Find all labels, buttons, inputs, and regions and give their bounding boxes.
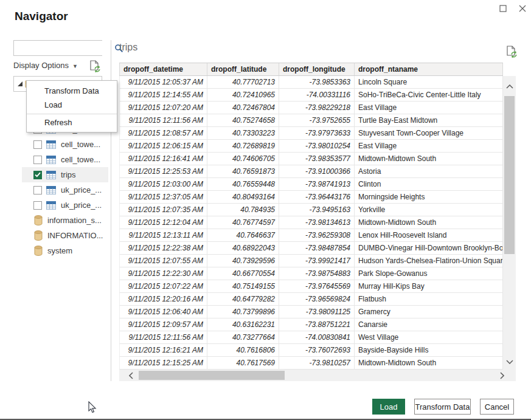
collapsed-triangle-icon[interactable] bbox=[26, 218, 29, 224]
tree-item-label: cell_towe... bbox=[61, 155, 100, 164]
table-cell: 40.64779282 bbox=[207, 293, 279, 306]
table-cell: -73.97645569 bbox=[279, 280, 355, 293]
menu-item-transform-data[interactable]: Transform Data bbox=[27, 84, 117, 98]
tree-item-information-s[interactable]: information_s... bbox=[13, 213, 108, 228]
transform-data-button[interactable]: Transform Data bbox=[414, 399, 471, 415]
table-cell: 9/11/2015 12:06:15 AM bbox=[119, 140, 207, 153]
table-row: 9/11/2015 12:08:57 AM40.73303223-73.9797… bbox=[119, 127, 503, 140]
scroll-right-icon[interactable] bbox=[496, 370, 507, 381]
table-cell: -73.98134613 bbox=[279, 216, 355, 229]
collapsed-triangle-icon[interactable] bbox=[26, 248, 29, 254]
table-row: 9/11/2015 12:07:35 AM40.784935-73.949516… bbox=[119, 204, 503, 216]
scroll-down-icon[interactable] bbox=[503, 356, 516, 367]
database-icon bbox=[34, 246, 43, 256]
column-header-dropoff_latitude[interactable]: dropoff_latitude bbox=[207, 63, 279, 75]
maximize-icon bbox=[499, 5, 507, 12]
table-row: 9/11/2015 12:07:55 AM40.73929596-73.9992… bbox=[119, 255, 503, 267]
tree-item-informatio[interactable]: INFORMATIO... bbox=[13, 228, 108, 243]
table-cell: 40.66770554 bbox=[207, 267, 279, 280]
column-header-dropoff_longitude[interactable]: dropoff_longitude bbox=[279, 63, 355, 75]
expanded-triangle-icon[interactable] bbox=[18, 81, 23, 86]
column-header-dropoff_datetime[interactable]: dropoff_datetime bbox=[119, 63, 207, 75]
tree-item-uk-price[interactable]: uk_price_... bbox=[13, 182, 108, 198]
table-cell: 40.72689819 bbox=[207, 140, 279, 153]
table-cell: -73.9752655 bbox=[279, 114, 355, 127]
collapsed-triangle-icon[interactable] bbox=[26, 233, 29, 239]
table-cell: -73.98010254 bbox=[279, 140, 355, 153]
tree-item-label: system bbox=[47, 246, 72, 255]
table-row: 9/11/2015 12:15:25 AM40.7617569-73.98102… bbox=[119, 357, 503, 370]
table-cell: SoHo-TriBeCa-Civic Center-Little Italy bbox=[355, 89, 503, 102]
table-cell: 9/11/2015 12:16:41 AM bbox=[119, 153, 207, 165]
tree-item-uk-price[interactable]: uk_price_... bbox=[13, 198, 108, 213]
table-cell: -73.9810257 bbox=[279, 357, 355, 370]
table-row: 9/11/2015 12:13:11 AM40.7646637-73.96259… bbox=[119, 229, 503, 242]
table-cell: 40.784935 bbox=[207, 204, 279, 216]
cancel-button[interactable]: Cancel bbox=[480, 399, 514, 415]
table-icon bbox=[46, 201, 56, 210]
table-row: 9/11/2015 12:06:40 AM40.73799896-73.9809… bbox=[119, 306, 503, 318]
table-cell: -73.98487854 bbox=[279, 242, 355, 255]
tree-item-cell-towe[interactable]: cell_towe... bbox=[13, 137, 108, 152]
display-options-dropdown[interactable]: Display Options ▼ bbox=[13, 61, 78, 70]
tree-item-trips[interactable]: trips bbox=[22, 167, 108, 182]
scroll-left-icon[interactable] bbox=[125, 370, 136, 381]
table-cell: 9/11/2015 12:07:20 AM bbox=[119, 102, 207, 114]
scroll-up-icon[interactable] bbox=[503, 81, 516, 92]
preview-table: dropoff_datetimedropoff_latitudedropoff_… bbox=[119, 63, 503, 370]
table-row: 9/11/2015 12:16:21 AM40.7616806-73.76072… bbox=[119, 344, 503, 357]
horizontal-scrollbar[interactable] bbox=[119, 370, 516, 381]
table-cell: -73.9495163 bbox=[279, 204, 355, 216]
table-cell: 40.75149155 bbox=[207, 280, 279, 293]
menu-item-refresh[interactable]: Refresh bbox=[27, 115, 117, 129]
table-row: 9/11/2015 12:20:16 AM40.64779282-73.9656… bbox=[119, 293, 503, 306]
table-icon bbox=[46, 140, 56, 149]
table-cell: -73.98754883 bbox=[279, 267, 355, 280]
table-cell: 9/11/2015 12:16:21 AM bbox=[119, 344, 207, 357]
menu-item-load[interactable]: Load bbox=[27, 98, 117, 112]
tree-item-system[interactable]: system bbox=[13, 243, 108, 258]
close-button[interactable] bbox=[517, 3, 528, 14]
checkbox[interactable] bbox=[33, 201, 42, 210]
search-box[interactable] bbox=[13, 40, 102, 56]
table-icon bbox=[46, 186, 56, 195]
table-cell: -74.00830841 bbox=[279, 331, 355, 344]
vertical-scroll-thumb[interactable] bbox=[504, 96, 515, 254]
load-button[interactable]: Load bbox=[372, 399, 405, 415]
table-cell: 40.7616806 bbox=[207, 344, 279, 357]
tree-item-label: information_s... bbox=[47, 216, 102, 225]
table-cell: Flatbush bbox=[355, 293, 503, 306]
table-cell: 9/11/2015 12:05:37 AM bbox=[119, 76, 207, 89]
table-row: 9/11/2015 12:05:37 AM40.77702713-73.9853… bbox=[119, 76, 503, 89]
table-cell: 9/11/2015 12:09:57 AM bbox=[119, 318, 207, 331]
horizontal-scroll-thumb[interactable] bbox=[139, 371, 285, 380]
column-header-dropoff_ntaname[interactable]: dropoff_ntaname bbox=[355, 63, 503, 75]
vertical-scrollbar[interactable] bbox=[503, 76, 516, 370]
table-icon bbox=[46, 156, 56, 164]
checkbox[interactable] bbox=[33, 171, 42, 179]
context-menu: Transform DataLoadRefresh bbox=[26, 80, 117, 133]
table-cell: 9/11/2015 12:11:56 AM bbox=[119, 114, 207, 127]
table-cell: Park Slope-Gowanus bbox=[355, 267, 503, 280]
refresh-preview-icon[interactable] bbox=[89, 60, 101, 73]
checkbox[interactable] bbox=[33, 140, 42, 149]
checkbox[interactable] bbox=[33, 186, 42, 195]
table-cell: 40.76559448 bbox=[207, 178, 279, 191]
preview-table-title: trips bbox=[119, 42, 137, 53]
table-cell: 40.80493164 bbox=[207, 191, 279, 204]
tree-item-label: INFORMATIO... bbox=[47, 231, 103, 240]
table-cell: Astoria bbox=[355, 165, 503, 178]
table-cell: Bayside-Bayside Hills bbox=[355, 344, 503, 357]
table-cell: 9/11/2015 12:15:25 AM bbox=[119, 357, 207, 370]
tree-item-label: uk_price_... bbox=[61, 185, 102, 195]
table-row: 9/11/2015 12:06:15 AM40.72689819-73.9801… bbox=[119, 140, 503, 153]
search-input[interactable] bbox=[14, 41, 114, 55]
table-cell: 9/11/2015 12:08:57 AM bbox=[119, 127, 207, 140]
table-row: 9/11/2015 12:09:57 AM40.63162231-73.8875… bbox=[119, 318, 503, 331]
checkbox[interactable] bbox=[33, 156, 42, 164]
close-icon bbox=[519, 5, 526, 12]
maximize-button[interactable] bbox=[498, 3, 508, 14]
refresh-table-icon[interactable] bbox=[505, 45, 518, 58]
tree-item-label: uk_price_... bbox=[61, 201, 102, 210]
tree-item-cell-towe[interactable]: cell_towe... bbox=[13, 152, 108, 167]
